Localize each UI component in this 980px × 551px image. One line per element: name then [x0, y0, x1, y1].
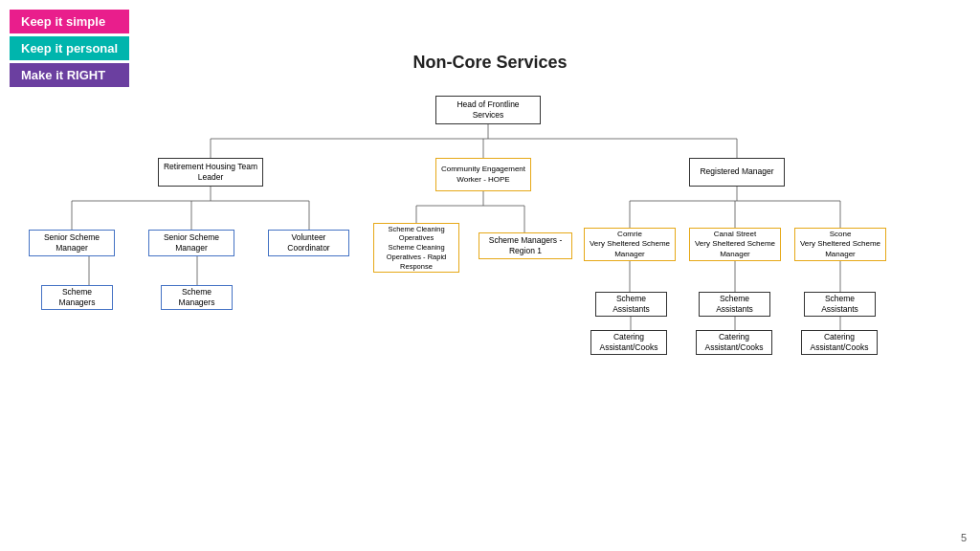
box-registered: Registered Manager	[689, 158, 785, 187]
page-title: Non-Core Services	[0, 53, 980, 73]
box-scheme-mgr-r1: Scheme Managers - Region 1	[479, 232, 572, 259]
chart-area: Head of Frontline Services Retirement Ho…	[0, 86, 980, 532]
box-community: Community EngagementWorker - HOPE	[435, 158, 531, 191]
logo-line-1: Keep it simple	[10, 10, 129, 33]
box-scheme-mgrs1: Scheme Managers	[41, 285, 113, 310]
page-number: 5	[961, 532, 967, 543]
box-senior2: Senior Scheme Manager	[148, 230, 234, 256]
box-retirement: Retirement Housing Team Leader	[158, 158, 263, 187]
box-scheme-cleaning: Scheme CleaningOperativesScheme Cleaning…	[373, 223, 459, 273]
box-asst1: Scheme Assistants	[595, 292, 667, 317]
box-volunteer: Volunteer Coordinator	[268, 230, 349, 256]
logo-area: Keep it simple Keep it personal Make it …	[10, 10, 129, 87]
box-catering3: Catering Assistant/Cooks	[801, 330, 878, 355]
box-catering1: Catering Assistant/Cooks	[590, 330, 667, 355]
box-comrie: ComrieVery Sheltered Scheme Manager	[584, 228, 676, 261]
box-catering2: Catering Assistant/Cooks	[696, 330, 772, 355]
box-asst2: Scheme Assistants	[699, 292, 770, 317]
box-senior1: Senior Scheme Manager	[29, 230, 115, 256]
box-scone: SconeVery Sheltered Scheme Manager	[794, 228, 886, 261]
box-asst3: Scheme Assistants	[804, 292, 876, 317]
box-canal: Canal StreetVery Sheltered Scheme Manage…	[689, 228, 781, 261]
box-head: Head of Frontline Services	[435, 96, 541, 124]
box-scheme-mgrs2: Scheme Managers	[161, 285, 233, 310]
